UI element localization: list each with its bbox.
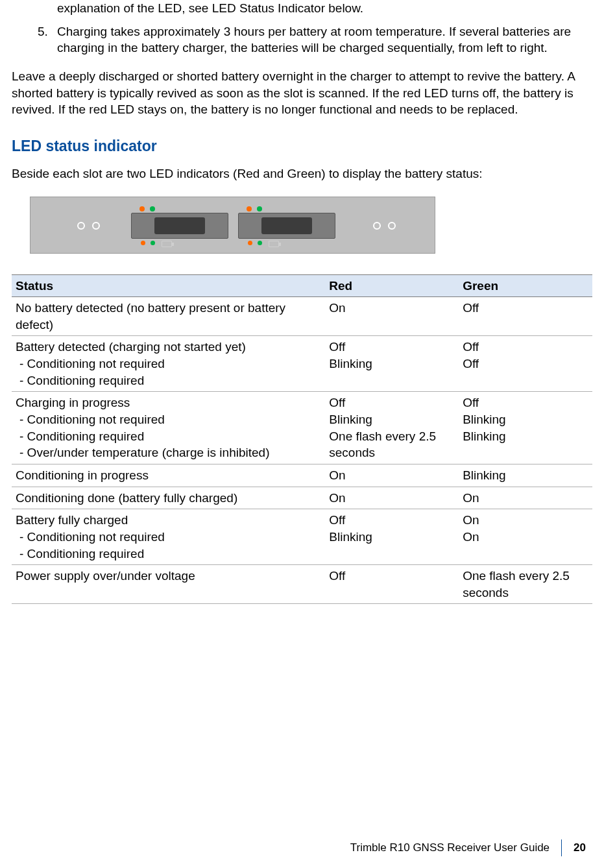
cell-red: OffBlinkingOne flash every 2.5 seconds xyxy=(325,392,459,464)
cell-status: No battery detected (no battery present … xyxy=(12,297,325,336)
th-red: Red xyxy=(325,274,459,297)
cell-red: Off xyxy=(325,565,459,604)
cell-red: OffBlinking xyxy=(325,509,459,565)
cell-green: One flash every 2.5 seconds xyxy=(459,565,592,604)
cell-green: OffOff xyxy=(459,336,592,392)
paragraph-led-intro: Beside each slot are two LED indicators … xyxy=(12,165,592,182)
led-orange-icon xyxy=(247,206,252,211)
led-orange-icon xyxy=(139,206,145,211)
table-row: Charging in progress - Conditioning not … xyxy=(12,392,592,464)
battery-icon xyxy=(162,241,172,247)
cell-green: OffBlinkingBlinking xyxy=(459,392,592,464)
table-row: Power supply over/under voltageOffOne fl… xyxy=(12,565,592,604)
th-green: Green xyxy=(459,274,592,297)
cell-status: Conditioning done (battery fully charged… xyxy=(12,487,325,509)
cell-status: Power supply over/under voltage xyxy=(12,565,325,604)
list-item-5: Charging takes approximately 3 hours per… xyxy=(57,23,592,56)
table-row: Battery detected (charging not started y… xyxy=(12,336,592,392)
charger-figure xyxy=(30,197,435,254)
led-status-table: Status Red Green No battery detected (no… xyxy=(12,274,592,605)
cell-green: Blinking xyxy=(459,464,592,487)
cell-red: On xyxy=(325,297,459,336)
table-row: Battery fully charged - Conditioning not… xyxy=(12,509,592,565)
page-footer: Trimble R10 GNSS Receiver User Guide 20 xyxy=(350,839,586,856)
list-number-5: 5. xyxy=(38,23,57,56)
led-green-icon xyxy=(150,206,155,211)
cell-status: Conditioning in progress xyxy=(12,464,325,487)
heading-led-status: LED status indicator xyxy=(12,136,592,156)
footer-guide-title: Trimble R10 GNSS Receiver User Guide xyxy=(350,841,550,856)
table-row: Conditioning done (battery fully charged… xyxy=(12,487,592,509)
cell-green: Off xyxy=(459,297,592,336)
cell-status: Battery detected (charging not started y… xyxy=(12,336,325,392)
cell-status: Battery fully charged - Conditioning not… xyxy=(12,509,325,565)
footer-page-number: 20 xyxy=(574,841,586,856)
cell-green: On xyxy=(459,487,592,509)
table-row: No battery detected (no battery present … xyxy=(12,297,592,336)
cell-red: On xyxy=(325,464,459,487)
table-row: Conditioning in progressOnBlinking xyxy=(12,464,592,487)
cell-status: Charging in progress - Conditioning not … xyxy=(12,392,325,464)
cell-green: OnOn xyxy=(459,509,592,565)
cell-red: On xyxy=(325,487,459,509)
cell-red: OffBlinking xyxy=(325,336,459,392)
battery-icon xyxy=(269,241,279,247)
led-green-icon xyxy=(257,206,262,211)
paragraph-revive: Leave a deeply discharged or shorted bat… xyxy=(12,68,592,118)
th-status: Status xyxy=(12,274,325,297)
list-item-4-continued: explanation of the LED, see LED Status I… xyxy=(57,0,592,17)
